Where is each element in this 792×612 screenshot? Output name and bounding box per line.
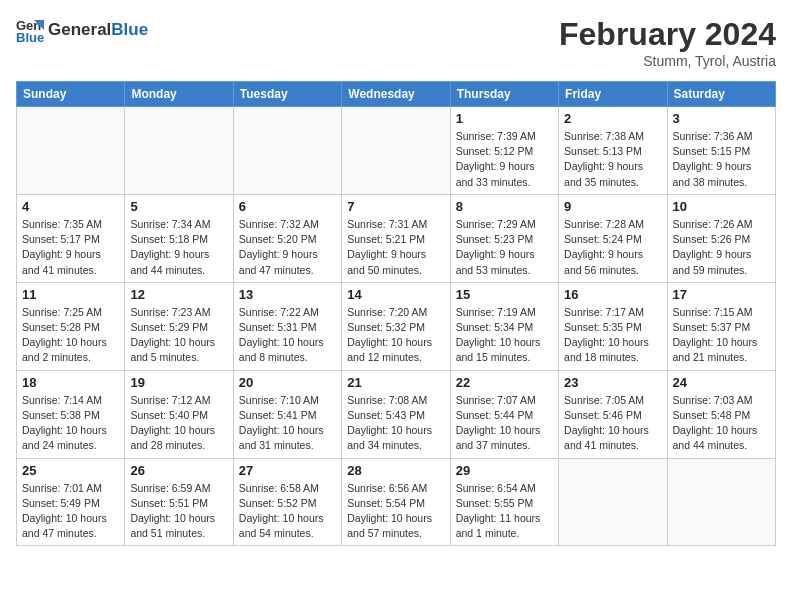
calendar-cell: 17Sunrise: 7:15 AM Sunset: 5:37 PM Dayli… [667,282,775,370]
calendar-week-1: 1Sunrise: 7:39 AM Sunset: 5:12 PM Daylig… [17,107,776,195]
calendar-cell: 29Sunrise: 6:54 AM Sunset: 5:55 PM Dayli… [450,458,558,546]
calendar-week-4: 18Sunrise: 7:14 AM Sunset: 5:38 PM Dayli… [17,370,776,458]
day-detail: Sunrise: 7:19 AM Sunset: 5:34 PM Dayligh… [456,305,553,366]
day-number: 10 [673,199,770,214]
calendar-cell: 10Sunrise: 7:26 AM Sunset: 5:26 PM Dayli… [667,194,775,282]
weekday-header-friday: Friday [559,82,667,107]
day-detail: Sunrise: 7:05 AM Sunset: 5:46 PM Dayligh… [564,393,661,454]
day-detail: Sunrise: 7:34 AM Sunset: 5:18 PM Dayligh… [130,217,227,278]
calendar-cell: 18Sunrise: 7:14 AM Sunset: 5:38 PM Dayli… [17,370,125,458]
calendar-week-5: 25Sunrise: 7:01 AM Sunset: 5:49 PM Dayli… [17,458,776,546]
calendar-cell: 9Sunrise: 7:28 AM Sunset: 5:24 PM Daylig… [559,194,667,282]
day-number: 6 [239,199,336,214]
day-number: 23 [564,375,661,390]
calendar-cell: 26Sunrise: 6:59 AM Sunset: 5:51 PM Dayli… [125,458,233,546]
calendar-cell: 28Sunrise: 6:56 AM Sunset: 5:54 PM Dayli… [342,458,450,546]
day-detail: Sunrise: 7:08 AM Sunset: 5:43 PM Dayligh… [347,393,444,454]
calendar-header: SundayMondayTuesdayWednesdayThursdayFrid… [17,82,776,107]
calendar-cell: 25Sunrise: 7:01 AM Sunset: 5:49 PM Dayli… [17,458,125,546]
location-subtitle: Stumm, Tyrol, Austria [559,53,776,69]
day-number: 22 [456,375,553,390]
day-number: 14 [347,287,444,302]
day-detail: Sunrise: 7:01 AM Sunset: 5:49 PM Dayligh… [22,481,119,542]
day-number: 2 [564,111,661,126]
calendar-cell: 23Sunrise: 7:05 AM Sunset: 5:46 PM Dayli… [559,370,667,458]
day-detail: Sunrise: 7:15 AM Sunset: 5:37 PM Dayligh… [673,305,770,366]
calendar-week-3: 11Sunrise: 7:25 AM Sunset: 5:28 PM Dayli… [17,282,776,370]
title-block: February 2024 Stumm, Tyrol, Austria [559,16,776,69]
day-detail: Sunrise: 7:07 AM Sunset: 5:44 PM Dayligh… [456,393,553,454]
day-number: 16 [564,287,661,302]
calendar-cell: 20Sunrise: 7:10 AM Sunset: 5:41 PM Dayli… [233,370,341,458]
day-number: 11 [22,287,119,302]
day-number: 20 [239,375,336,390]
day-number: 13 [239,287,336,302]
calendar-cell: 3Sunrise: 7:36 AM Sunset: 5:15 PM Daylig… [667,107,775,195]
calendar-cell: 4Sunrise: 7:35 AM Sunset: 5:17 PM Daylig… [17,194,125,282]
day-number: 9 [564,199,661,214]
day-number: 19 [130,375,227,390]
calendar-week-2: 4Sunrise: 7:35 AM Sunset: 5:17 PM Daylig… [17,194,776,282]
calendar-cell: 5Sunrise: 7:34 AM Sunset: 5:18 PM Daylig… [125,194,233,282]
day-number: 5 [130,199,227,214]
calendar-cell: 11Sunrise: 7:25 AM Sunset: 5:28 PM Dayli… [17,282,125,370]
day-detail: Sunrise: 7:22 AM Sunset: 5:31 PM Dayligh… [239,305,336,366]
calendar-cell: 6Sunrise: 7:32 AM Sunset: 5:20 PM Daylig… [233,194,341,282]
calendar-cell: 22Sunrise: 7:07 AM Sunset: 5:44 PM Dayli… [450,370,558,458]
calendar-cell [667,458,775,546]
day-detail: Sunrise: 7:10 AM Sunset: 5:41 PM Dayligh… [239,393,336,454]
weekday-header-wednesday: Wednesday [342,82,450,107]
day-detail: Sunrise: 7:14 AM Sunset: 5:38 PM Dayligh… [22,393,119,454]
day-detail: Sunrise: 7:32 AM Sunset: 5:20 PM Dayligh… [239,217,336,278]
day-detail: Sunrise: 7:36 AM Sunset: 5:15 PM Dayligh… [673,129,770,190]
day-number: 3 [673,111,770,126]
day-number: 21 [347,375,444,390]
calendar-cell: 16Sunrise: 7:17 AM Sunset: 5:35 PM Dayli… [559,282,667,370]
day-number: 29 [456,463,553,478]
calendar-table: SundayMondayTuesdayWednesdayThursdayFrid… [16,81,776,546]
day-number: 27 [239,463,336,478]
day-number: 1 [456,111,553,126]
day-detail: Sunrise: 7:35 AM Sunset: 5:17 PM Dayligh… [22,217,119,278]
header-row: SundayMondayTuesdayWednesdayThursdayFrid… [17,82,776,107]
day-number: 4 [22,199,119,214]
calendar-cell: 27Sunrise: 6:58 AM Sunset: 5:52 PM Dayli… [233,458,341,546]
day-detail: Sunrise: 7:39 AM Sunset: 5:12 PM Dayligh… [456,129,553,190]
day-number: 18 [22,375,119,390]
weekday-header-saturday: Saturday [667,82,775,107]
weekday-header-monday: Monday [125,82,233,107]
calendar-cell: 8Sunrise: 7:29 AM Sunset: 5:23 PM Daylig… [450,194,558,282]
day-detail: Sunrise: 7:20 AM Sunset: 5:32 PM Dayligh… [347,305,444,366]
day-detail: Sunrise: 6:59 AM Sunset: 5:51 PM Dayligh… [130,481,227,542]
page-header: Gen Blue GeneralBlue February 2024 Stumm… [16,16,776,69]
day-detail: Sunrise: 6:56 AM Sunset: 5:54 PM Dayligh… [347,481,444,542]
weekday-header-sunday: Sunday [17,82,125,107]
day-detail: Sunrise: 7:26 AM Sunset: 5:26 PM Dayligh… [673,217,770,278]
calendar-cell [342,107,450,195]
day-detail: Sunrise: 7:38 AM Sunset: 5:13 PM Dayligh… [564,129,661,190]
logo: Gen Blue GeneralBlue [16,16,148,44]
day-detail: Sunrise: 7:31 AM Sunset: 5:21 PM Dayligh… [347,217,444,278]
calendar-cell: 7Sunrise: 7:31 AM Sunset: 5:21 PM Daylig… [342,194,450,282]
calendar-cell [125,107,233,195]
day-detail: Sunrise: 7:28 AM Sunset: 5:24 PM Dayligh… [564,217,661,278]
day-detail: Sunrise: 7:17 AM Sunset: 5:35 PM Dayligh… [564,305,661,366]
day-number: 7 [347,199,444,214]
calendar-cell: 15Sunrise: 7:19 AM Sunset: 5:34 PM Dayli… [450,282,558,370]
calendar-cell [559,458,667,546]
svg-text:Blue: Blue [16,30,44,44]
calendar-cell: 1Sunrise: 7:39 AM Sunset: 5:12 PM Daylig… [450,107,558,195]
calendar-cell: 21Sunrise: 7:08 AM Sunset: 5:43 PM Dayli… [342,370,450,458]
day-number: 12 [130,287,227,302]
calendar-cell: 14Sunrise: 7:20 AM Sunset: 5:32 PM Dayli… [342,282,450,370]
calendar-cell [17,107,125,195]
calendar-cell [233,107,341,195]
day-number: 17 [673,287,770,302]
day-detail: Sunrise: 7:25 AM Sunset: 5:28 PM Dayligh… [22,305,119,366]
day-number: 15 [456,287,553,302]
day-detail: Sunrise: 7:23 AM Sunset: 5:29 PM Dayligh… [130,305,227,366]
day-number: 28 [347,463,444,478]
calendar-cell: 13Sunrise: 7:22 AM Sunset: 5:31 PM Dayli… [233,282,341,370]
month-title: February 2024 [559,16,776,53]
day-number: 26 [130,463,227,478]
